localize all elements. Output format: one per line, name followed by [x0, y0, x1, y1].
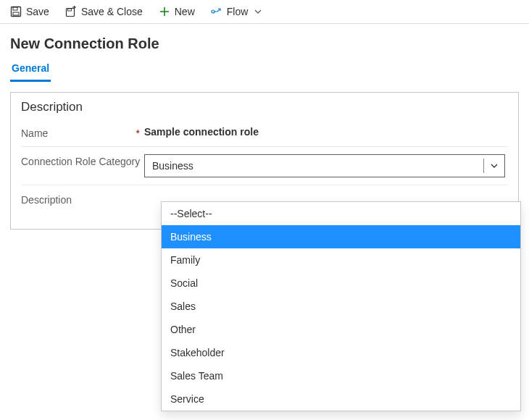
save-close-label: Save & Close [81, 6, 143, 17]
save-close-button[interactable]: Save & Close [65, 6, 143, 17]
required-marker: * [136, 127, 140, 139]
category-dropdown: --Select--BusinessFamilySocialSalesOther… [161, 201, 521, 240]
name-value[interactable]: Sample connection role [144, 126, 508, 138]
section-title: Description [11, 93, 518, 119]
dropdown-option[interactable]: --Select-- [162, 202, 520, 225]
chevron-down-icon [252, 6, 264, 17]
svg-rect-4 [67, 9, 71, 11]
new-button[interactable]: New [159, 6, 195, 17]
chevron-down-icon [483, 159, 499, 173]
category-select-value: Business [152, 160, 193, 172]
category-label: Connection Role Category [21, 154, 144, 167]
page-title: New Connection Role [0, 24, 529, 58]
new-label: New [175, 6, 195, 17]
row-category: Connection Role Category Business [21, 147, 508, 185]
command-bar: Save Save & Close New Flow [0, 0, 529, 24]
dropdown-option[interactable]: Business [162, 225, 520, 240]
svg-point-5 [212, 10, 214, 13]
description-label: Description [21, 193, 144, 206]
row-name: Name * Sample connection role [21, 119, 508, 147]
tab-general[interactable]: General [10, 58, 51, 82]
flow-button[interactable]: Flow [211, 6, 264, 17]
svg-rect-1 [13, 7, 17, 10]
save-icon [10, 6, 22, 17]
name-label: Name * [21, 126, 144, 139]
plus-icon [159, 6, 170, 17]
flow-label: Flow [227, 6, 249, 17]
flow-icon [211, 6, 222, 17]
save-label: Save [26, 6, 49, 17]
save-button[interactable]: Save [10, 6, 49, 17]
save-close-icon [65, 6, 77, 17]
tabs: General [0, 58, 529, 82]
svg-rect-2 [13, 12, 19, 15]
category-select[interactable]: Business [144, 154, 505, 177]
